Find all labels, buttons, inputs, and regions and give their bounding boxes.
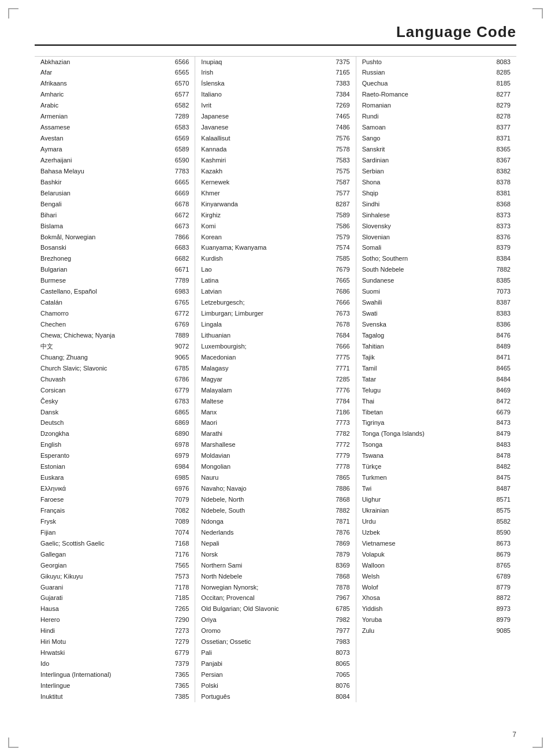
language-name: Pushto (362, 58, 490, 67)
list-item: Armenian7289 (40, 112, 189, 123)
list-item: Dzongkha6890 (40, 429, 189, 440)
list-item: Sinhalese8373 (362, 210, 511, 221)
list-item: Zulu9085 (362, 626, 511, 637)
language-name: Kernewek (201, 178, 329, 187)
language-code: 6984 (168, 462, 189, 472)
language-name: Abkhazian (40, 58, 168, 67)
language-name: Burmese (40, 276, 168, 286)
list-item: Belarusian6669 (40, 188, 189, 199)
language-name: Azerhaijani (40, 156, 168, 165)
language-name: Maori (201, 418, 329, 428)
list-item: Quechua8185 (362, 79, 511, 90)
language-name: Yoruba (362, 616, 490, 625)
language-code: 6789 (490, 572, 511, 581)
language-name: Aymara (40, 145, 168, 154)
list-item: Rundi8278 (362, 112, 511, 123)
language-code: 6583 (168, 123, 189, 132)
language-code: 6665 (168, 178, 189, 187)
language-name: Kashmiri (201, 156, 329, 165)
list-item: Tahitian8489 (362, 341, 511, 352)
list-item: Uighur8571 (362, 495, 511, 506)
language-code: 6683 (168, 243, 189, 253)
language-name: Faroese (40, 495, 168, 505)
language-code: 8673 (490, 539, 511, 549)
language-code: 6671 (168, 265, 189, 275)
language-name: Herero (40, 616, 168, 625)
language-code: 8367 (490, 156, 511, 165)
language-code: 7589 (329, 211, 350, 220)
language-code: 8973 (490, 605, 511, 614)
list-item: Slovenian8376 (362, 232, 511, 243)
language-name: South Ndebele (362, 265, 490, 275)
list-item: Sardinian8367 (362, 155, 511, 166)
language-name: Malagasy (201, 364, 329, 373)
language-name: Castellano, Español (40, 287, 168, 297)
list-item: Chamorro6772 (40, 309, 189, 320)
list-item: Shona8378 (362, 177, 511, 188)
list-item: Samoan8377 (362, 123, 511, 134)
language-code: 7666 (329, 298, 350, 307)
list-item: Abkhazian6566 (40, 57, 189, 68)
language-name: Česky (40, 397, 168, 406)
language-name: Türkçe (362, 462, 490, 472)
language-name: Kuanyama; Kwanyama (201, 243, 329, 253)
list-item: Somali8379 (362, 243, 511, 254)
language-name: Fijian (40, 528, 168, 538)
language-name: Sango (362, 134, 490, 143)
list-item: Bislama6673 (40, 221, 189, 232)
language-code: 7575 (329, 167, 350, 176)
language-name: Nauru (201, 473, 329, 483)
language-code: 7876 (329, 528, 350, 538)
list-item: Komi7586 (201, 221, 349, 232)
list-item: Português8084 (201, 691, 349, 702)
list-item: Uzbek8590 (362, 527, 511, 538)
language-code: 7273 (168, 627, 189, 636)
language-code: 7285 (329, 375, 350, 384)
list-item: Bengali6678 (40, 199, 189, 210)
language-name: Lingala (201, 320, 329, 329)
language-name: Raeto-Romance (362, 90, 490, 99)
language-column-1: Abkhazian6566Afar6565Afrikaans6570Amhari… (35, 57, 195, 702)
list-item: Swahili8387 (362, 298, 511, 309)
language-name: Swahili (362, 298, 490, 307)
language-name: Afar (40, 68, 168, 77)
list-item: Interlingue7365 (40, 680, 189, 691)
list-item: Yiddish8973 (362, 604, 511, 615)
language-code: 8371 (490, 134, 511, 143)
list-item: Gujarati7185 (40, 593, 189, 604)
list-item: Gallegan7176 (40, 549, 189, 560)
language-name: Slovensky (362, 222, 490, 231)
list-item: Ukrainian8575 (362, 505, 511, 516)
list-item: Corsican6779 (40, 385, 189, 396)
language-name: Macedonian (201, 353, 329, 362)
language-name: Estonian (40, 462, 168, 472)
list-item: Tatar8484 (362, 374, 511, 385)
list-item: Tagalog8476 (362, 330, 511, 341)
language-name: Chuvash (40, 375, 168, 384)
language-code: 6566 (168, 58, 189, 67)
list-item: Malagasy7771 (201, 363, 349, 374)
language-code: 8482 (490, 462, 511, 472)
language-name: Belarusian (40, 189, 168, 198)
language-code: 6569 (168, 134, 189, 143)
language-code: 7878 (329, 583, 350, 592)
list-item: English6978 (40, 440, 189, 451)
list-item: Norsk7879 (201, 549, 349, 560)
language-table: Abkhazian6566Afar6565Afrikaans6570Amhari… (35, 56, 516, 702)
language-name: Volapuk (362, 550, 490, 559)
list-item: Navaho; Navajo7886 (201, 484, 349, 495)
language-name: Quechua (362, 79, 490, 88)
language-code: 6669 (168, 189, 189, 198)
language-name: Xhosa (362, 594, 490, 603)
language-name: Marshallese (201, 440, 329, 450)
language-code: 6589 (168, 145, 189, 154)
language-code: 7073 (490, 287, 511, 297)
language-code: 6678 (168, 200, 189, 209)
language-code: 8478 (490, 451, 511, 461)
list-item: Kashmiri7583 (201, 155, 349, 166)
language-name: Norsk (201, 550, 329, 559)
list-item: Ελληνικά6976 (40, 484, 189, 495)
list-item: Chuang; Zhuang9065 (40, 352, 189, 363)
language-name: Magyar (201, 375, 329, 384)
language-code: 8479 (490, 429, 511, 439)
